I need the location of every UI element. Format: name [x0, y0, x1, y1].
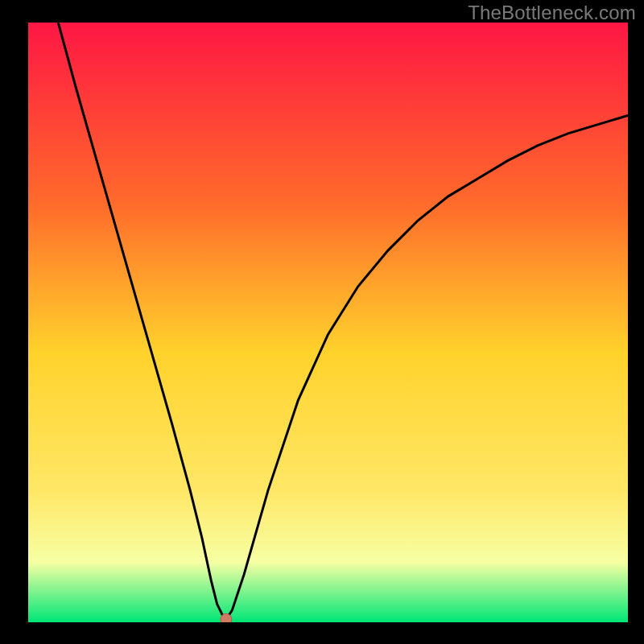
chart-frame: TheBottleneck.com: [0, 0, 644, 644]
watermark-text: TheBottleneck.com: [468, 2, 636, 24]
bottleneck-chart: [28, 23, 628, 622]
optimum-marker: [221, 613, 232, 622]
gradient-background: [28, 23, 628, 622]
plot-area: [28, 23, 628, 622]
